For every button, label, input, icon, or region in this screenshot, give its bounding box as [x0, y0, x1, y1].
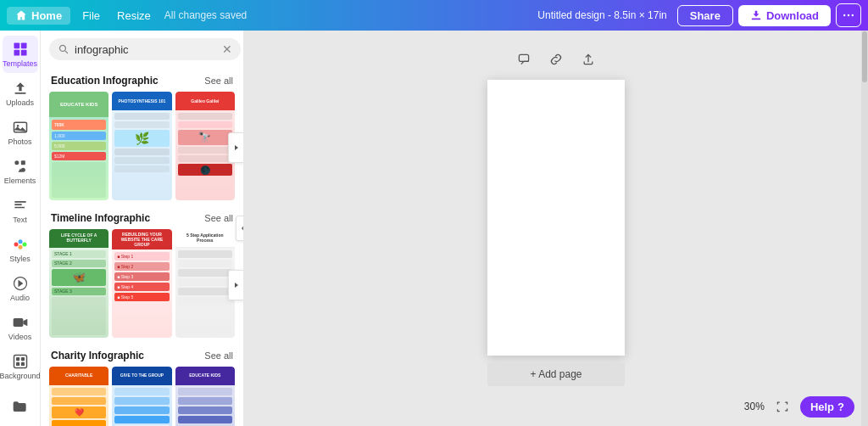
svg-point-16 — [22, 243, 26, 247]
download-label: Download — [766, 9, 819, 22]
add-page-button[interactable]: + Add page — [487, 362, 625, 386]
search-clear-button[interactable]: ✕ — [222, 42, 232, 56]
svg-point-3 — [852, 14, 854, 16]
sidebar-item-elements[interactable]: Elements — [3, 153, 38, 190]
svg-rect-21 — [20, 357, 24, 361]
uploads-label: Uploads — [6, 98, 34, 107]
template-charitable[interactable]: CHARITABLE ❤️ — [49, 367, 108, 426]
svg-rect-5 — [20, 43, 26, 49]
sidebar-item-folder[interactable] — [3, 394, 38, 423]
photos-label: Photos — [8, 137, 31, 146]
svg-rect-8 — [14, 92, 25, 94]
resize-button[interactable]: Resize — [108, 7, 159, 25]
template-educate-kids[interactable]: EDUCATE KIDS 700K 1,000 5,000 $12M — [49, 92, 108, 200]
timeline-next-arrow[interactable] — [228, 270, 243, 300]
videos-label: Videos — [8, 333, 31, 341]
sidebar-item-templates[interactable]: Templates — [3, 36, 38, 73]
design-title: Untitled design - 8.5in × 17in — [537, 9, 666, 21]
svg-point-17 — [18, 245, 22, 249]
hide-panel-button[interactable] — [236, 216, 244, 241]
topbar: Home File Resize All changes saved Untit… — [0, 0, 868, 31]
svg-rect-12 — [20, 160, 25, 165]
sidebar-item-background[interactable]: Background — [3, 348, 38, 385]
help-button[interactable]: Help ? — [800, 396, 854, 418]
more-options-button[interactable] — [836, 3, 861, 27]
sidebar-item-text[interactable]: Text — [3, 192, 38, 229]
help-label: Help — [810, 401, 834, 413]
canvas-toolbar — [512, 48, 600, 71]
template-galileo[interactable]: Galileo Galilei 🔭 🌑 — [175, 92, 235, 200]
search-input-wrap[interactable]: ✕ — [49, 38, 241, 60]
svg-point-1 — [843, 14, 845, 16]
svg-rect-13 — [20, 168, 25, 172]
timeline-section-header: Timeline Infographic See all — [41, 205, 243, 227]
charity-see-all[interactable]: See all — [204, 350, 233, 361]
svg-rect-7 — [20, 50, 26, 56]
timeline-section-title: Timeline Infographic — [51, 212, 150, 224]
template-butterfly[interactable]: LIFE CYCLE OF A BUTTERFLY STAGE 1 STAGE … — [49, 229, 108, 338]
svg-rect-20 — [16, 357, 19, 361]
canvas-share-button[interactable] — [576, 48, 600, 71]
templates-label: Templates — [3, 59, 37, 68]
education-section-header: Education Infographic See all — [41, 68, 243, 90]
education-next-arrow[interactable] — [228, 132, 243, 163]
template-educate-purple[interactable]: EDUCATE KIDS — [175, 367, 235, 426]
charity-section-header: Charity Infographic See all — [41, 343, 243, 365]
search-icon — [58, 43, 70, 55]
icon-sidebar: Templates Uploads Photos Elements Text S… — [0, 31, 41, 426]
audio-label: Audio — [10, 294, 30, 302]
svg-rect-18 — [13, 318, 23, 327]
svg-point-11 — [14, 160, 19, 165]
sidebar-item-videos[interactable]: Videos — [3, 309, 38, 346]
svg-rect-23 — [20, 362, 24, 366]
svg-point-14 — [14, 243, 18, 247]
svg-rect-6 — [14, 50, 19, 56]
styles-label: Styles — [9, 255, 31, 263]
zoom-level: 30% — [744, 401, 765, 412]
education-section-title: Education Infographic — [51, 75, 159, 87]
sidebar-item-uploads[interactable]: Uploads — [3, 75, 38, 112]
svg-point-15 — [18, 239, 22, 244]
svg-rect-19 — [14, 356, 26, 368]
template-give-group[interactable]: GIVE TO THE GROUP — [112, 367, 171, 426]
charity-section-title: Charity Infographic — [51, 350, 144, 362]
canvas-comment-button[interactable] — [512, 48, 536, 71]
canvas-area: + Add page 30% Help ? — [244, 31, 868, 426]
download-button[interactable]: Download — [738, 5, 831, 26]
timeline-template-grid: LIFE CYCLE OF A BUTTERFLY STAGE 1 STAGE … — [41, 227, 243, 343]
education-template-grid: EDUCATE KIDS 700K 1,000 5,000 $12M — [41, 90, 243, 205]
education-see-all[interactable]: See all — [204, 76, 233, 86]
zoom-fit-button[interactable] — [771, 395, 793, 418]
home-button[interactable]: Home — [7, 7, 70, 25]
svg-point-2 — [848, 14, 849, 16]
file-button[interactable]: File — [74, 7, 108, 25]
svg-point-10 — [16, 125, 18, 127]
charity-template-grid: CHARITABLE ❤️ — [41, 365, 243, 426]
svg-rect-22 — [16, 362, 19, 366]
svg-rect-4 — [14, 43, 19, 49]
panel-content: Education Infographic See all EDUCATE KI… — [41, 68, 243, 426]
sidebar-item-audio[interactable]: Audio — [3, 270, 38, 307]
scroll-thumb[interactable] — [862, 31, 867, 82]
background-label: Background — [0, 372, 41, 380]
help-question-icon: ? — [837, 401, 844, 413]
canvas-scrollbar[interactable] — [861, 31, 868, 426]
template-photosynthesis[interactable]: PHOTOSYNTHESIS 101 🌿 — [112, 92, 171, 200]
text-label: Text — [13, 216, 27, 224]
template-rebuild[interactable]: REBUILDING YOUR WEBSITE THE CARE GROUP ■… — [112, 229, 171, 338]
timeline-see-all[interactable]: See all — [204, 213, 233, 223]
bottom-controls: 30% Help ? — [744, 395, 854, 418]
svg-rect-0 — [752, 19, 761, 20]
sidebar-item-styles[interactable]: Styles — [3, 231, 38, 268]
main-layout: Templates Uploads Photos Elements Text S… — [0, 31, 868, 426]
home-label: Home — [31, 9, 62, 22]
template-steps[interactable]: 5 Step Application Process — [175, 229, 235, 338]
elements-label: Elements — [4, 177, 36, 185]
share-button[interactable]: Share — [677, 5, 733, 26]
svg-rect-25 — [519, 54, 528, 61]
canvas-link-button[interactable] — [544, 48, 568, 71]
sidebar-item-photos[interactable]: Photos — [3, 114, 38, 151]
search-input[interactable] — [75, 43, 217, 56]
design-canvas — [487, 80, 625, 356]
templates-panel: ✕ Education Infographic See all EDUCATE … — [41, 31, 244, 426]
